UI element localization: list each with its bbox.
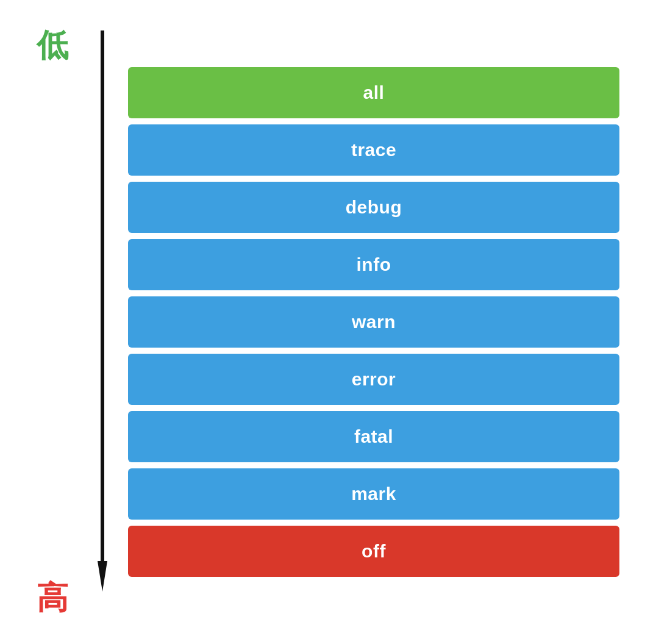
low-label: 低	[37, 24, 68, 67]
log-item-label-off: off	[362, 541, 386, 562]
high-label: 高	[37, 577, 68, 620]
log-item-label-fatal: fatal	[354, 426, 393, 447]
log-item-fatal[interactable]: fatal	[128, 411, 619, 462]
axis-panel: 低 高	[0, 0, 128, 644]
log-item-label-trace: trace	[351, 140, 396, 160]
log-levels-list: alltracedebuginfowarnerrorfatalmarkoff	[128, 0, 656, 644]
log-item-label-all: all	[363, 82, 385, 103]
log-item-info[interactable]: info	[128, 239, 619, 290]
log-item-mark[interactable]: mark	[128, 468, 619, 520]
log-item-off[interactable]: off	[128, 526, 619, 577]
log-item-debug[interactable]: debug	[128, 182, 619, 233]
log-item-label-debug: debug	[346, 197, 402, 218]
log-item-label-error: error	[352, 369, 396, 390]
log-item-all[interactable]: all	[128, 67, 619, 118]
log-item-label-mark: mark	[351, 484, 396, 504]
log-item-warn[interactable]: warn	[128, 296, 619, 348]
log-item-error[interactable]: error	[128, 354, 619, 405]
svg-marker-1	[98, 561, 107, 592]
log-item-label-info: info	[357, 254, 391, 275]
main-container: 低 高 alltracedebuginfowarnerrorfatalmarko…	[0, 0, 656, 644]
log-item-label-warn: warn	[352, 312, 396, 332]
arrow-line	[98, 30, 107, 592]
log-item-trace[interactable]: trace	[128, 124, 619, 176]
